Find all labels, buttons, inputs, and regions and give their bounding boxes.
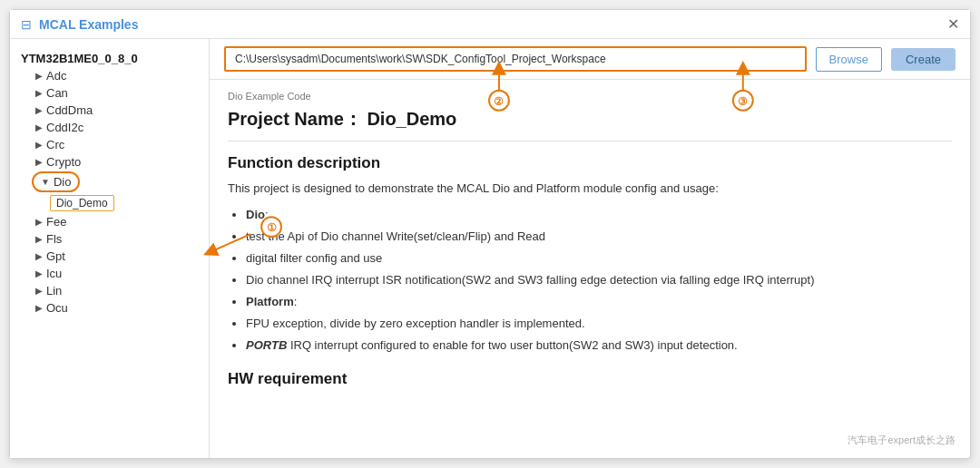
dio-demo-label: Dio_Demo — [50, 195, 114, 211]
crypto-label: Crypto — [46, 155, 81, 169]
sidebar-item-dio-demo[interactable]: Dio_Demo — [32, 193, 201, 213]
fls-arrow-icon: ▶ — [35, 234, 43, 244]
can-label: Can — [46, 86, 68, 100]
top-bar: Browse Create — [210, 39, 970, 80]
ocu-label: Ocu — [46, 301, 68, 315]
crc-label: Crc — [46, 138, 64, 151]
sidebar-item-adc[interactable]: ▶ Adc — [32, 67, 201, 84]
bullet-platform: Platform: — [246, 292, 952, 312]
create-button[interactable]: Create — [891, 48, 956, 71]
sidebar-item-crypto[interactable]: ▶ Crypto — [32, 153, 201, 171]
main-panel: Browse Create Dio Example Code Project N… — [210, 39, 970, 458]
fls-label: Fls — [46, 232, 62, 246]
gpt-label: Gpt — [46, 249, 65, 263]
icu-label: Icu — [46, 267, 62, 280]
bullet-dio: Dio: — [246, 205, 952, 225]
sidebar-item-fls[interactable]: ▶ Fls — [32, 230, 201, 248]
function-bullets: Dio: test the Api of Dio channel Write(s… — [228, 205, 952, 356]
adc-label: Adc — [46, 69, 66, 83]
function-intro: This project is designed to demonstrate … — [228, 180, 952, 198]
hw-section: HW requirement — [228, 370, 952, 388]
sidebar-item-icu[interactable]: ▶ Icu — [32, 265, 201, 282]
cdddma-arrow-icon: ▶ — [35, 105, 43, 115]
crypto-arrow-icon: ▶ — [35, 157, 43, 167]
ocu-arrow-icon: ▶ — [35, 303, 43, 313]
window-icon: ⊟ — [21, 17, 32, 32]
example-code-label: Dio Example Code — [228, 91, 952, 102]
cdddma-label: CddDma — [46, 103, 93, 117]
sidebar-item-fee[interactable]: ▶ Fee — [32, 213, 201, 230]
project-name-value: Dio_Demo — [367, 109, 456, 129]
function-section-title: Function description — [228, 154, 952, 172]
can-arrow-icon: ▶ — [35, 88, 43, 98]
bullet-dio-3: Dio channel IRQ interrupt ISR notificati… — [246, 270, 952, 290]
bullet-dio-1: test the Api of Dio channel Write(set/cl… — [246, 227, 952, 247]
icu-arrow-icon: ▶ — [35, 268, 43, 278]
browse-button[interactable]: Browse — [816, 47, 882, 72]
sidebar-item-cdddma[interactable]: ▶ CddDma — [32, 102, 201, 119]
window-title: MCAL Examples — [39, 17, 138, 32]
path-input[interactable] — [224, 46, 807, 72]
content-body: Dio Example Code Project Name： Dio_Demo … — [210, 80, 970, 458]
fee-label: Fee — [46, 215, 66, 229]
title-bar: ⊟ MCAL Examples ✕ — [10, 10, 970, 39]
lin-arrow-icon: ▶ — [35, 286, 43, 296]
sidebar-item-cddi2c[interactable]: ▶ CddI2c — [32, 119, 201, 136]
sidebar-item-can[interactable]: ▶ Can — [32, 84, 201, 102]
sidebar-item-dio[interactable]: ▼ Dio — [32, 171, 80, 192]
sidebar-item-crc[interactable]: ▶ Crc — [32, 136, 201, 153]
gpt-arrow-icon: ▶ — [35, 251, 43, 261]
crc-arrow-icon: ▶ — [35, 140, 43, 150]
lin-label: Lin — [46, 284, 62, 297]
bullet-dio-2: digital filter config and use — [246, 249, 952, 268]
cddi2c-arrow-icon: ▶ — [35, 122, 43, 132]
cddi2c-label: CddI2c — [46, 121, 83, 134]
bullet-platform-2: PORTB IRQ interrupt configured to enable… — [246, 336, 952, 356]
dio-arrow-icon: ▼ — [41, 177, 50, 187]
sidebar-item-ocu[interactable]: ▶ Ocu — [32, 299, 201, 317]
sidebar-item-lin[interactable]: ▶ Lin — [32, 282, 201, 299]
project-name-prefix: Project Name： — [228, 109, 362, 129]
sidebar-item-gpt[interactable]: ▶ Gpt — [32, 248, 201, 265]
hw-section-title: HW requirement — [228, 370, 952, 388]
tree-root-label[interactable]: YTM32B1ME0_0_8_0 — [17, 50, 201, 67]
tree-children: ▶ Adc ▶ Can ▶ CddDma ▶ CddI2c — [17, 67, 201, 317]
mcal-examples-window: ⊟ MCAL Examples ✕ YTM32B1ME0_0_8_0 ▶ Adc… — [9, 9, 971, 459]
bullet-platform-1: FPU exception, divide by zero exception … — [246, 314, 952, 334]
project-name: Project Name： Dio_Demo — [228, 107, 952, 141]
sidebar: YTM32B1ME0_0_8_0 ▶ Adc ▶ Can ▶ CddDma — [10, 39, 210, 458]
dio-label: Dio — [54, 175, 72, 189]
close-button[interactable]: ✕ — [947, 17, 959, 32]
adc-arrow-icon: ▶ — [35, 71, 43, 81]
fee-arrow-icon: ▶ — [35, 217, 43, 227]
tree-root: YTM32B1ME0_0_8_0 ▶ Adc ▶ Can ▶ CddDma — [10, 46, 209, 320]
